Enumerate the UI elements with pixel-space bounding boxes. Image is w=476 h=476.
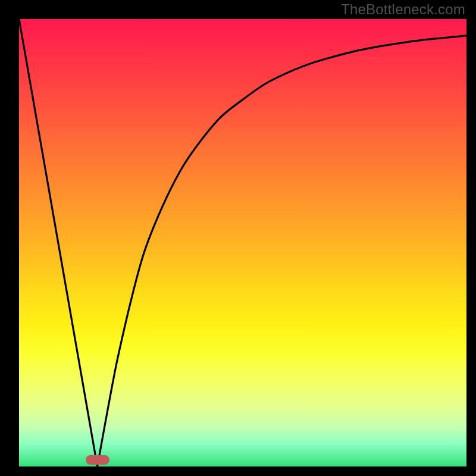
watermark-text: TheBottleneck.com — [341, 1, 465, 18]
plot-area — [19, 19, 466, 466]
minimum-marker — [86, 455, 109, 465]
curve-path — [19, 19, 466, 466]
bottleneck-curve — [19, 19, 466, 466]
chart-frame: TheBottleneck.com — [0, 0, 476, 476]
